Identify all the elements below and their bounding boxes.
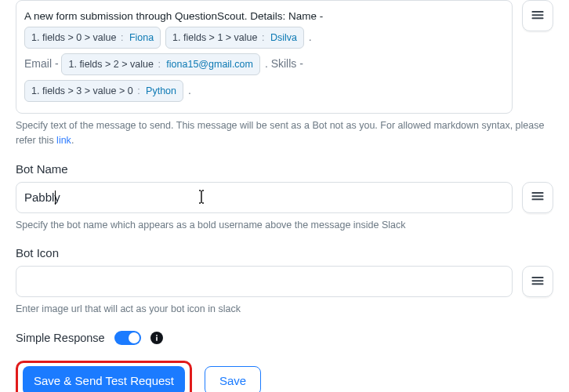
token-skill[interactable]: 1. fields > 3 > value > 0 : Python xyxy=(24,80,183,102)
token-name-last[interactable]: 1. fields > 1 > value : Dsilva xyxy=(165,27,304,49)
bot-icon-input[interactable] xyxy=(16,266,513,297)
svg-rect-6 xyxy=(532,277,544,278)
punct-dot-3: . xyxy=(188,84,191,96)
bot-name-menu-button[interactable] xyxy=(522,182,553,213)
svg-rect-3 xyxy=(532,192,544,194)
punct-dot-2: . xyxy=(265,57,268,70)
simple-response-label: Simple Response xyxy=(16,332,105,344)
svg-rect-5 xyxy=(532,198,544,200)
label-email: Email - xyxy=(24,57,59,70)
token-email[interactable]: 1. fields > 2 > value : fiona15@gmail.co… xyxy=(61,53,260,75)
svg-rect-10 xyxy=(156,337,158,341)
message-help-text: Specify text of the message to send. Thi… xyxy=(16,118,553,148)
bot-icon-label: Bot Icon xyxy=(16,246,553,260)
svg-rect-1 xyxy=(532,14,544,16)
svg-rect-7 xyxy=(532,280,544,281)
svg-rect-0 xyxy=(532,11,544,13)
bot-name-input[interactable] xyxy=(16,182,513,213)
svg-rect-2 xyxy=(532,17,544,19)
bot-name-help: Specify the bot name which appears as a … xyxy=(16,218,553,233)
hamburger-icon xyxy=(530,7,545,25)
label-skills: Skills - xyxy=(271,57,303,70)
punct-dot-1: . xyxy=(309,31,312,43)
message-intro-text: A new form submission through QuestionSc… xyxy=(24,10,323,22)
markdown-help-link[interactable]: link xyxy=(56,135,71,146)
hamburger-icon xyxy=(530,273,545,291)
message-field-menu-button[interactable] xyxy=(522,0,553,31)
info-icon[interactable] xyxy=(150,332,163,344)
bot-icon-menu-button[interactable] xyxy=(522,266,553,297)
simple-response-toggle[interactable] xyxy=(114,331,141,345)
hamburger-icon xyxy=(530,188,545,206)
svg-rect-8 xyxy=(532,283,544,285)
save-send-test-request-button[interactable]: Save & Send Test Request xyxy=(23,366,185,392)
save-button[interactable]: Save xyxy=(205,366,261,392)
svg-rect-4 xyxy=(532,195,544,197)
bot-icon-help: Enter image url that will act as your bo… xyxy=(16,302,553,317)
bot-name-label: Bot Name xyxy=(16,162,553,176)
primary-button-highlight: Save & Send Test Request xyxy=(16,361,192,392)
svg-rect-11 xyxy=(156,335,158,336)
token-name-first[interactable]: 1. fields > 0 > value : Fiona xyxy=(24,27,161,49)
message-editor[interactable]: A new form submission through QuestionSc… xyxy=(16,0,513,114)
